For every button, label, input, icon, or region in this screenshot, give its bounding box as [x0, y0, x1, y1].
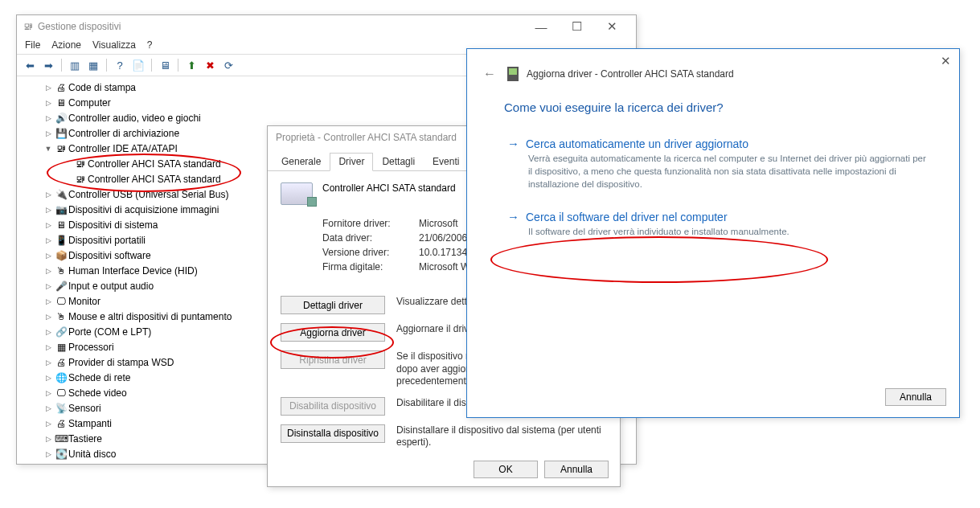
tree-label: Controller audio, video e giochi [68, 113, 201, 124]
arrow-icon: → [507, 210, 519, 223]
help-icon[interactable]: ? [112, 57, 128, 73]
category-icon: 🖥 [54, 97, 68, 109]
category-icon: 🖥 [54, 219, 68, 231]
expand-icon[interactable]: ▷ [43, 282, 54, 290]
update-driver-button[interactable]: Aggiorna driver [281, 323, 385, 342]
maximize-button[interactable]: ☐ [559, 19, 594, 34]
expand-icon[interactable]: ▷ [43, 404, 54, 412]
tree-label: Computer [68, 97, 111, 109]
device-icon [507, 67, 519, 81]
expand-icon[interactable]: ▷ [43, 221, 54, 229]
tree-label: Input e output audio [68, 281, 154, 292]
expand-icon[interactable]: ▷ [43, 450, 54, 458]
cancel-button[interactable]: Annulla [885, 388, 946, 406]
tree-label: Controller AHCI SATA standard [88, 174, 221, 185]
expand-icon[interactable]: ▷ [43, 84, 54, 92]
menu-view[interactable]: Visualizza [92, 39, 136, 51]
expand-icon[interactable]: ▷ [43, 389, 54, 397]
tree-label: Provider di stampa WSD [68, 357, 174, 368]
category-icon: 📦 [54, 250, 68, 261]
tree-label: Porte (COM e LPT) [68, 326, 151, 338]
tree-label: Sensori [68, 403, 101, 414]
menu-help[interactable]: ? [147, 39, 153, 51]
version-label: Versione driver: [322, 247, 419, 258]
menu-file[interactable]: File [25, 39, 40, 51]
expand-icon[interactable]: ▷ [43, 267, 54, 275]
tab-events[interactable]: Eventi [424, 153, 468, 171]
tab-general[interactable]: Generale [273, 153, 330, 171]
expand-icon[interactable]: ▷ [43, 206, 54, 214]
category-icon: 🖨 [54, 82, 68, 93]
expand-icon[interactable]: ▷ [43, 297, 54, 305]
expand-icon[interactable]: ▼ [43, 145, 54, 153]
expand-icon[interactable]: ▷ [43, 313, 54, 321]
category-icon: ⌨ [54, 433, 68, 444]
close-button[interactable]: ✕ [594, 19, 629, 34]
category-icon: 🎤 [54, 281, 68, 292]
view-icon[interactable]: ▦ [85, 57, 101, 73]
wizard-question: Come vuoi eseguire la ricerca dei driver… [467, 89, 959, 117]
category-icon: 💾 [54, 128, 68, 139]
tree-label: Dispositivi software [68, 250, 151, 261]
rollback-driver-button[interactable]: Ripristina driver [281, 350, 385, 369]
uninstall-device-desc: Disinstallare il dispositivo dal sistema… [396, 424, 607, 449]
option-browse-computer[interactable]: →Cerca il software del driver nel comput… [507, 210, 927, 238]
category-icon: 🔌 [54, 189, 68, 200]
expand-icon[interactable]: ▷ [43, 343, 54, 351]
tree-label: Controller USB (Universal Serial Bus) [68, 189, 228, 200]
scan-icon[interactable]: 🖥 [157, 57, 173, 73]
update-icon[interactable]: ⬆ [183, 57, 199, 73]
tree-label: Processori [68, 342, 114, 353]
date-label: Data driver: [322, 232, 419, 244]
refresh-icon[interactable]: ⟳ [220, 57, 236, 73]
expand-icon[interactable]: ▷ [43, 358, 54, 367]
device-icon [281, 182, 313, 205]
provider-value: Microsoft [419, 218, 458, 229]
expand-icon[interactable]: ▷ [43, 374, 54, 382]
expand-icon[interactable]: ▷ [43, 114, 54, 122]
tree-label: Code di stampa [68, 82, 136, 93]
category-icon: 🖱 [54, 311, 68, 322]
close-icon[interactable]: ✕ [941, 54, 951, 68]
category-icon: 🔊 [54, 113, 68, 124]
show-hidden-icon[interactable]: ▥ [67, 57, 83, 73]
uninstall-device-button[interactable]: Disinstalla dispositivo [281, 424, 385, 443]
category-icon: 🖱 [54, 265, 68, 277]
tree-label: Schede video [68, 387, 127, 399]
minimize-button[interactable]: — [523, 20, 559, 34]
menu-action[interactable]: Azione [51, 39, 81, 51]
expand-icon[interactable]: ▷ [43, 129, 54, 137]
tree-label: Controller di archiviazione [68, 128, 179, 139]
uninstall-icon[interactable]: ✖ [202, 57, 218, 73]
device-icon: 🖳 [73, 174, 88, 185]
category-icon: 🖨 [54, 357, 68, 368]
tree-label: Human Interface Device (HID) [68, 265, 198, 277]
expand-icon[interactable]: ▷ [43, 420, 54, 428]
tree-label: Dispositivi di sistema [68, 219, 158, 231]
properties-icon[interactable]: 📄 [130, 57, 146, 73]
expand-icon[interactable]: ▷ [43, 252, 54, 260]
expand-icon[interactable]: ▷ [43, 236, 54, 244]
disable-device-button[interactable]: Disabilita dispositivo [281, 397, 385, 416]
tree-label: Schede di rete [68, 372, 130, 383]
expand-icon[interactable]: ▷ [43, 328, 54, 336]
forward-icon[interactable]: ➡ [40, 57, 56, 73]
category-icon: 🖵 [54, 296, 68, 307]
cancel-button[interactable]: Annulla [544, 461, 609, 478]
ok-button[interactable]: OK [474, 461, 538, 478]
option-auto-desc: Verrà eseguita automaticamente la ricerc… [528, 152, 927, 190]
driver-details-button[interactable]: Dettagli driver [281, 296, 385, 314]
expand-icon[interactable]: ▷ [43, 435, 54, 443]
option-auto-search[interactable]: →Cerca automaticamente un driver aggiorn… [507, 137, 927, 190]
expand-icon[interactable]: ▷ [43, 190, 54, 199]
category-icon: 💽 [54, 449, 68, 460]
window-title: Gestione dispositivi [38, 21, 523, 32]
back-icon[interactable]: ⬅ [22, 57, 38, 73]
update-driver-wizard: ✕ ← Aggiorna driver - Controller AHCI SA… [466, 48, 960, 418]
back-icon[interactable]: ← [483, 67, 496, 81]
tab-details[interactable]: Dettagli [373, 153, 424, 171]
tree-label: Tastiere [68, 433, 102, 444]
expand-icon[interactable]: ▷ [43, 99, 54, 107]
tab-driver[interactable]: Driver [330, 153, 373, 171]
tree-label: Controller AHCI SATA standard [88, 158, 221, 170]
